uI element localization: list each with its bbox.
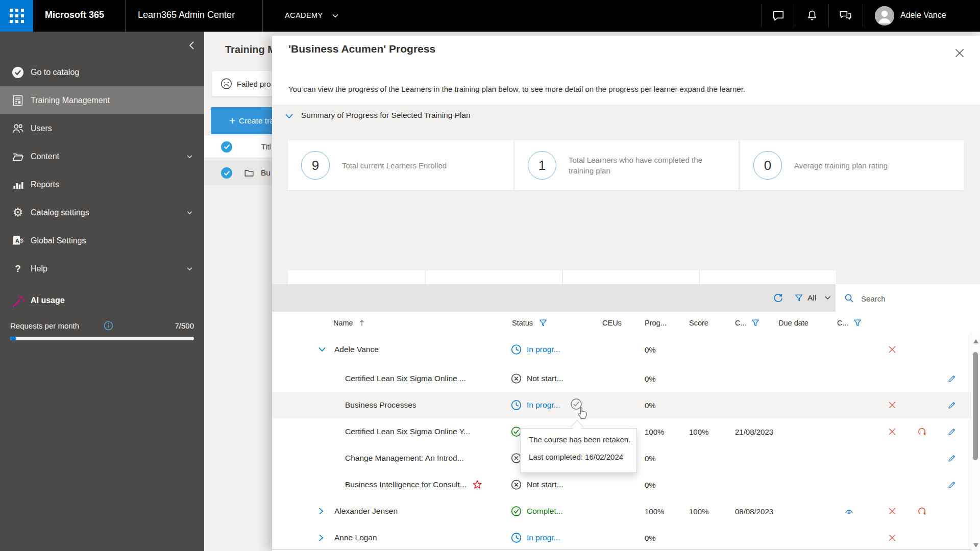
select-all-checkbox[interactable] (221, 141, 232, 153)
chevron-down-icon[interactable] (186, 209, 193, 216)
learner-name: Adele Vance (334, 345, 379, 354)
chat-icon[interactable] (772, 9, 785, 22)
column-progress[interactable]: Prog... (645, 319, 667, 327)
retake-icon[interactable] (918, 507, 927, 516)
requests-value: 7/500 (175, 321, 194, 330)
remove-icon[interactable] (888, 345, 896, 354)
table-row-learner[interactable]: Adele Vance In progr... 0% (272, 334, 980, 366)
column-name[interactable]: Name (333, 319, 353, 327)
avatar[interactable] (875, 6, 894, 26)
table-row-course[interactable]: Business Intelligence for Consult... Not… (272, 471, 980, 498)
sidebar-item-users[interactable]: Users (0, 114, 204, 142)
sidebar-item-label: Help (31, 264, 47, 273)
waffle-icon (9, 8, 24, 23)
collapse-sidebar-icon[interactable] (187, 40, 198, 51)
column-title[interactable]: Titl (261, 143, 271, 151)
feedback-icon[interactable] (839, 9, 852, 23)
scroll-up-arrow[interactable] (973, 339, 978, 343)
status-label[interactable]: Not start... (527, 480, 564, 489)
chevron-down-icon[interactable] (186, 265, 193, 272)
column-due-date[interactable]: Due date (778, 319, 808, 327)
course-name-label: Business Intelligence for Consult... (345, 480, 467, 489)
stat-label: Total current Learners Enrolled (342, 160, 447, 171)
user-name[interactable]: Adele Vance (900, 11, 946, 20)
tenant-selector[interactable]: ACADEMY (285, 11, 323, 19)
sidebar-item-content[interactable]: Content (0, 142, 204, 170)
sidebar-item-training-management[interactable]: Training Management (0, 86, 204, 114)
column-score[interactable]: Score (689, 319, 708, 327)
app-title[interactable]: Learn365 Admin Center (138, 10, 235, 20)
row-checkbox[interactable] (221, 167, 232, 179)
edit-pencil-icon[interactable] (947, 427, 957, 436)
refresh-icon[interactable] (773, 293, 783, 304)
remove-icon[interactable] (888, 507, 896, 515)
sidebar-item-catalog-settings[interactable]: ⚙ Catalog settings (0, 198, 204, 227)
stat-label: Total Learners who have completed the tr… (569, 155, 727, 176)
chevron-down-icon[interactable] (332, 13, 339, 18)
scrollbar-thumb[interactable] (973, 352, 978, 460)
table-scrollbar[interactable] (971, 334, 980, 551)
plus-icon: + (229, 115, 235, 127)
table-row-course[interactable]: Business Processes In progr... 0% (272, 392, 980, 419)
chevron-right-icon[interactable] (318, 534, 324, 542)
edit-pencil-icon[interactable] (947, 400, 957, 410)
close-icon[interactable] (954, 48, 965, 58)
sort-ascending-icon[interactable] (359, 319, 365, 327)
remove-icon[interactable] (888, 428, 896, 436)
remove-icon[interactable] (888, 534, 896, 542)
status-label[interactable]: In progr... (527, 533, 560, 542)
summary-section: Summary of Progress for Selected Trainin… (272, 105, 980, 284)
filter-icon[interactable] (853, 319, 862, 327)
edit-pencil-icon[interactable] (947, 374, 957, 383)
column-ceus[interactable]: CEUs (602, 319, 622, 327)
sad-face-icon (220, 78, 232, 90)
column-completed-date[interactable]: C... (735, 319, 747, 327)
chevron-down-icon[interactable] (186, 153, 193, 160)
favorite-star-icon[interactable] (472, 480, 482, 490)
status-label[interactable]: In progr... (527, 400, 560, 410)
sidebar-item-label: Reports (31, 180, 59, 189)
sidebar-item-go-to-catalog[interactable]: Go to catalog (0, 58, 204, 86)
table-row-learner[interactable]: Alexander Jensen Complet... 100% 100% 08… (272, 498, 980, 525)
table-row-course[interactable]: Certified Lean Six Sigma Online ... Not … (272, 365, 980, 392)
search-input[interactable] (860, 290, 974, 307)
filter-icon[interactable] (751, 319, 760, 327)
chevron-down-icon[interactable] (318, 346, 326, 353)
retake-icon[interactable] (918, 427, 927, 436)
sidebar-item-help[interactable]: ? Help (0, 255, 204, 283)
divider (795, 4, 795, 28)
edit-pencil-icon[interactable] (947, 454, 957, 463)
sidebar-item-reports[interactable]: Reports (0, 170, 204, 198)
edit-pencil-icon[interactable] (947, 480, 957, 489)
filter-icon[interactable] (539, 319, 547, 327)
sidebar-item-label: Go to catalog (31, 68, 79, 77)
info-icon[interactable] (104, 321, 113, 331)
table-row-learner[interactable]: Anne Logan In progr... 0% (272, 524, 980, 551)
filter-all-dropdown[interactable]: All (807, 293, 816, 303)
sidebar-ai-usage[interactable]: AI usage (0, 294, 204, 308)
sidebar-item-label: Catalog settings (31, 208, 89, 217)
status-label[interactable]: In progr... (527, 345, 560, 354)
progress-value: 100% (645, 428, 664, 436)
divider (863, 4, 863, 28)
learner-name: Anne Logan (334, 533, 377, 542)
summary-header[interactable]: Summary of Progress for Selected Trainin… (301, 111, 471, 120)
divider (262, 0, 263, 32)
notifications-bell-icon[interactable] (805, 9, 819, 22)
collapse-summary-chevron-icon[interactable] (285, 113, 293, 120)
chevron-right-icon[interactable] (318, 507, 324, 515)
brand-title[interactable]: Microsoft 365 (45, 10, 104, 20)
app-launcher-icon[interactable] (0, 0, 33, 32)
column-certificate[interactable]: C... (837, 319, 849, 327)
sidebar-item-global-settings[interactable]: A ⚙ Global Settings (0, 227, 204, 255)
remove-icon[interactable] (888, 401, 896, 409)
status-label[interactable]: Complet... (527, 507, 563, 516)
ai-usage-label: AI usage (31, 296, 65, 305)
column-status[interactable]: Status (512, 319, 533, 327)
status-label[interactable]: Not start... (527, 374, 564, 383)
scroll-down-arrow[interactable] (973, 543, 978, 547)
chevron-down-icon[interactable] (824, 296, 831, 300)
watch-progress-icon[interactable] (844, 507, 854, 516)
divider (125, 0, 126, 32)
filter-icon[interactable] (795, 294, 803, 302)
